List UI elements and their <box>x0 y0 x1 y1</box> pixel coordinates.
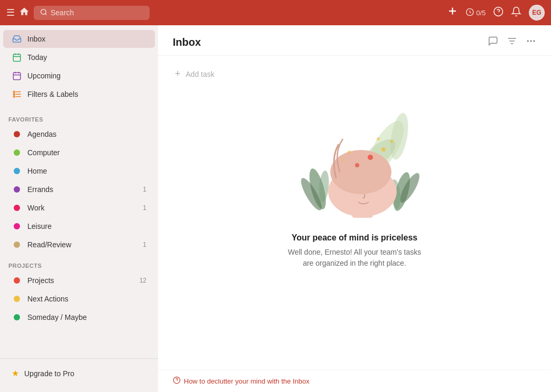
svg-point-49 <box>348 150 351 154</box>
main-body: + Add task <box>158 56 551 369</box>
svg-rect-7 <box>13 54 21 62</box>
inbox-icon <box>12 34 22 44</box>
svg-rect-11 <box>13 73 21 80</box>
main-content: Inbox + Add task <box>158 25 551 392</box>
computer-label: Computer <box>27 148 146 157</box>
projects-label: Projects <box>27 276 134 285</box>
leisure-icon <box>12 221 22 232</box>
svg-point-46 <box>381 147 386 152</box>
projects-icon <box>12 275 22 286</box>
search-icon <box>40 8 47 17</box>
svg-line-1 <box>45 13 47 15</box>
svg-point-47 <box>390 140 393 143</box>
help-icon[interactable] <box>493 6 504 19</box>
sidebar-footer: ★ Upgrade to Pro <box>0 358 158 388</box>
computer-icon <box>12 147 22 158</box>
empty-illustration <box>281 105 428 220</box>
layout: Inbox Today Upcoming Filte <box>0 25 551 392</box>
svg-point-29 <box>527 40 529 42</box>
header-actions <box>488 36 536 49</box>
errands-label: Errands <box>27 185 137 194</box>
svg-rect-42 <box>352 207 373 218</box>
read-review-label: Read/Review <box>27 240 137 249</box>
sidebar-item-errands[interactable]: Errands 1 <box>3 180 155 198</box>
svg-point-48 <box>377 137 380 140</box>
home-dot-icon <box>12 166 22 176</box>
leisure-label: Leisure <box>27 222 146 230</box>
sidebar-item-today[interactable]: Today <box>3 48 155 66</box>
nav-left: ☰ Search <box>6 6 150 20</box>
sidebar-item-filters[interactable]: Filters & Labels <box>3 85 155 103</box>
sidebar-item-projects[interactable]: Projects 12 <box>3 272 155 289</box>
someday-label: Someday / Maybe <box>27 313 146 321</box>
page-title: Inbox <box>173 36 488 48</box>
svg-point-45 <box>355 163 359 167</box>
svg-point-44 <box>368 155 373 160</box>
sidebar-item-work[interactable]: Work 1 <box>3 199 155 217</box>
filter-sort-icon[interactable] <box>507 36 517 49</box>
karma-badge[interactable]: 0/5 <box>466 8 486 18</box>
home-icon[interactable] <box>19 6 29 19</box>
sidebar-item-computer[interactable]: Computer <box>3 144 155 162</box>
today-label: Today <box>27 53 146 62</box>
svg-point-21 <box>13 94 15 95</box>
sidebar-nav: Inbox Today Upcoming Filte <box>0 25 158 108</box>
empty-state-title: Your peace of mind is priceless <box>292 233 418 243</box>
upcoming-label: Upcoming <box>27 72 146 80</box>
search-box[interactable]: Search <box>34 6 150 20</box>
sidebar-item-read-review[interactable]: Read/Review 1 <box>3 236 155 254</box>
read-review-icon <box>12 239 22 250</box>
filters-label: Filters & Labels <box>27 90 146 98</box>
avatar[interactable]: EG <box>529 5 545 21</box>
help-link[interactable]: How to declutter your mind with the Inbo… <box>173 376 536 386</box>
work-label: Work <box>27 204 137 212</box>
sidebar-item-next-actions[interactable]: Next Actions <box>3 290 155 308</box>
agendas-label: Agendas <box>27 130 146 138</box>
someday-icon <box>12 312 22 323</box>
svg-point-20 <box>13 91 15 93</box>
svg-point-50 <box>342 159 345 162</box>
karma-score: 0/5 <box>476 9 486 17</box>
main-footer: How to declutter your mind with the Inbo… <box>158 369 551 392</box>
notification-icon[interactable] <box>511 6 522 19</box>
home-label: Home <box>27 167 146 175</box>
inbox-label: Inbox <box>27 35 146 43</box>
svg-point-30 <box>530 40 532 42</box>
add-button[interactable] <box>447 5 458 20</box>
upcoming-icon <box>12 71 22 81</box>
next-actions-label: Next Actions <box>27 295 146 303</box>
sidebar-item-agendas[interactable]: Agendas <box>3 125 155 143</box>
upgrade-label: Upgrade to Pro <box>24 369 74 378</box>
projects-count: 12 <box>140 277 146 284</box>
sidebar-item-home[interactable]: Home <box>3 162 155 180</box>
comment-icon[interactable] <box>488 36 498 49</box>
today-icon <box>12 52 22 63</box>
read-review-count: 1 <box>143 241 146 248</box>
next-actions-icon <box>12 294 22 304</box>
favorites-list: Agendas Computer Home Errands 1 Work 1 <box>0 125 158 254</box>
upgrade-button[interactable]: ★ Upgrade to Pro <box>3 363 155 384</box>
search-label: Search <box>51 8 74 17</box>
errands-icon <box>12 184 22 195</box>
hamburger-icon[interactable]: ☰ <box>6 7 15 18</box>
more-options-icon[interactable] <box>526 36 536 49</box>
svg-point-0 <box>41 9 46 14</box>
sidebar-item-leisure[interactable]: Leisure <box>3 217 155 235</box>
svg-point-22 <box>13 96 15 97</box>
help-link-text: How to declutter your mind with the Inbo… <box>184 377 309 385</box>
help-circle-icon <box>173 376 181 386</box>
filters-icon <box>12 89 22 99</box>
sidebar: Inbox Today Upcoming Filte <box>0 25 158 392</box>
add-task-plus-icon: + <box>175 68 181 79</box>
empty-state: Your peace of mind is priceless Well don… <box>173 84 536 290</box>
agendas-icon <box>12 129 22 139</box>
work-icon <box>12 203 22 213</box>
main-header: Inbox <box>158 25 551 56</box>
karma-icon <box>466 8 474 18</box>
add-task-row[interactable]: + Add task <box>173 64 536 84</box>
sidebar-item-upcoming[interactable]: Upcoming <box>3 67 155 85</box>
sidebar-item-inbox[interactable]: Inbox <box>3 30 155 48</box>
empty-state-subtitle: Well done, Ernesto! All your team's task… <box>288 247 421 269</box>
add-task-label: Add task <box>186 70 214 78</box>
sidebar-item-someday[interactable]: Someday / Maybe <box>3 308 155 326</box>
